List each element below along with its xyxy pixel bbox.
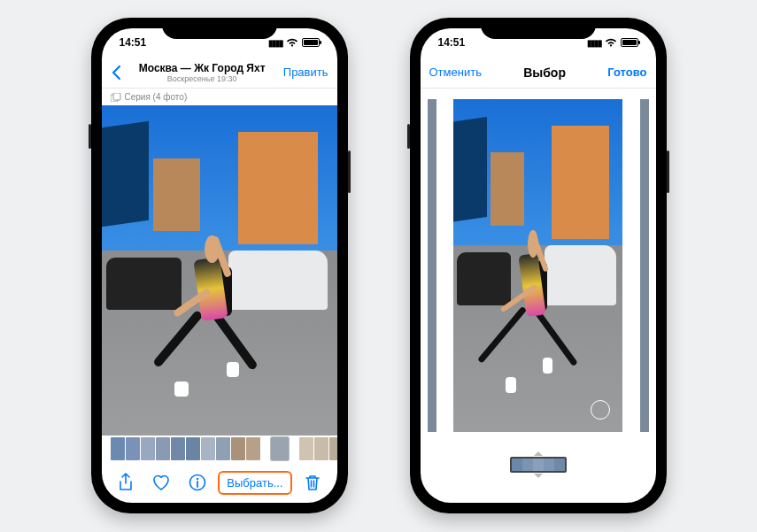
screen-right: 14:51 ▮▮▮▮ Отменить Выбор Готово	[421, 28, 656, 503]
status-time: 14:51	[120, 36, 147, 49]
home-indicator-space	[421, 487, 656, 503]
wifi-icon	[605, 38, 617, 47]
battery-icon	[302, 38, 320, 47]
notch	[481, 18, 596, 39]
select-button[interactable]: Выбрать...	[218, 471, 291, 495]
series-label-row: Серия (4 фото)	[102, 89, 337, 105]
prev-photo-sliver[interactable]	[428, 99, 436, 432]
nav-title: Москва — Жк Город Яхт	[121, 62, 283, 74]
cancel-button[interactable]: Отменить	[429, 66, 482, 79]
svg-rect-1	[113, 93, 120, 100]
trash-icon[interactable]	[297, 469, 328, 496]
back-button[interactable]	[111, 65, 121, 81]
burst-icon	[111, 93, 121, 102]
phone-left: 14:51 ▮▮▮▮ Москва — Жк Город Яхт Воскрес…	[91, 18, 348, 513]
nav-title-group: Выбор	[482, 66, 607, 80]
burst-scrubber[interactable]	[421, 443, 656, 487]
status-right: ▮▮▮▮	[268, 38, 320, 48]
edit-button[interactable]: Править	[283, 66, 328, 79]
signal-icon: ▮▮▮▮	[268, 38, 282, 48]
series-label: Серия (4 фото)	[125, 92, 188, 102]
nav-bar: Отменить Выбор Готово	[421, 57, 656, 89]
nav-title-group: Москва — Жк Город Яхт Воскресенье 19:30	[121, 62, 283, 83]
burst-picker-area[interactable]	[421, 89, 656, 443]
nav-title: Выбор	[482, 66, 607, 80]
phone-right: 14:51 ▮▮▮▮ Отменить Выбор Готово	[410, 18, 667, 513]
battery-icon	[621, 38, 638, 47]
scrubber-arrow-up-icon	[534, 451, 543, 456]
nav-bar: Москва — Жк Город Яхт Воскресенье 19:30 …	[102, 57, 337, 89]
scrubber-thumbnails[interactable]	[510, 457, 567, 473]
notch	[162, 18, 277, 39]
bottom-toolbar: Выбрать...	[102, 462, 337, 503]
scrubber-arrow-down-icon	[534, 474, 543, 478]
wifi-icon	[286, 38, 298, 47]
status-time: 14:51	[438, 36, 466, 49]
status-right: ▮▮▮▮	[587, 38, 638, 48]
thumbnail-strip[interactable]	[102, 436, 337, 462]
svg-point-3	[197, 478, 198, 480]
nav-subtitle: Воскресенье 19:30	[121, 74, 283, 83]
share-icon[interactable]	[111, 469, 141, 496]
signal-icon: ▮▮▮▮	[587, 38, 601, 48]
screen-left: 14:51 ▮▮▮▮ Москва — Жк Город Яхт Воскрес…	[102, 28, 337, 503]
current-photo[interactable]	[453, 99, 623, 432]
done-button[interactable]: Готово	[607, 66, 646, 79]
next-photo-sliver[interactable]	[640, 99, 649, 432]
info-icon[interactable]	[182, 469, 212, 496]
heart-icon[interactable]	[146, 469, 176, 496]
main-photo[interactable]	[102, 105, 337, 436]
